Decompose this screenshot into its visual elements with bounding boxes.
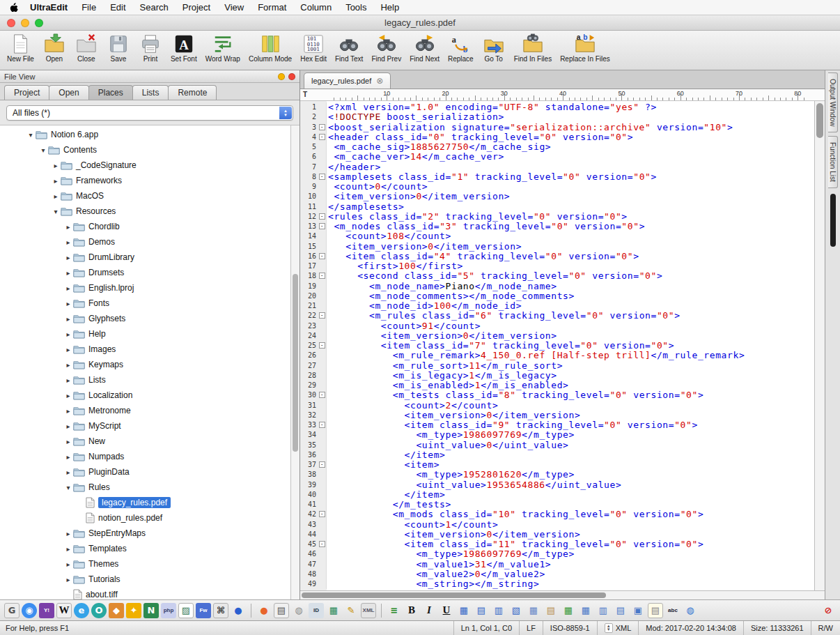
file-filter-dropdown[interactable]: All files (*) ▲▼ bbox=[6, 105, 293, 121]
editor-vscrollbar-thumb[interactable] bbox=[816, 103, 823, 138]
chevron-right-icon[interactable]: ▸ bbox=[64, 392, 72, 399]
code-line-3[interactable]: 3-<boost_serialization signature="serial… bbox=[300, 123, 814, 132]
chevron-down-icon[interactable]: ▾ bbox=[39, 146, 47, 154]
toolbar-find-in-files-button[interactable]: Find In Files bbox=[510, 33, 556, 63]
chevron-right-icon[interactable]: ▸ bbox=[64, 453, 72, 461]
tree-item-metronome[interactable]: ▸Metronome bbox=[0, 403, 290, 418]
chevron-right-icon[interactable]: ▸ bbox=[64, 468, 72, 476]
browser-generic-icon[interactable]: ● bbox=[231, 603, 246, 618]
code-line-31[interactable]: 31 <count>2</count> bbox=[300, 401, 814, 411]
code-line-34[interactable]: 34 <m_type>1986097769</m_type> bbox=[300, 430, 814, 440]
menu-tools[interactable]: Tools bbox=[345, 2, 366, 13]
code-line-18[interactable]: 18- <second class_id="5" tracking_level=… bbox=[300, 271, 814, 281]
edit-pencil-icon[interactable]: ✎ bbox=[343, 603, 359, 618]
browser-gnome-icon[interactable]: G bbox=[4, 603, 20, 618]
toolbar-column-mode-button[interactable]: Column Mode bbox=[244, 33, 296, 63]
toolbar-find-text-button[interactable]: Find Text bbox=[331, 33, 367, 63]
sheet-tan-icon[interactable]: ▤ bbox=[543, 603, 559, 618]
browser-w3c-icon[interactable]: W bbox=[56, 603, 72, 618]
table-row-icon[interactable]: ▤ bbox=[474, 603, 489, 618]
toolbar-new-file-button[interactable]: New File bbox=[3, 33, 38, 63]
menu-column[interactable]: Column bbox=[300, 2, 332, 13]
status-line-ending[interactable]: LF bbox=[519, 621, 543, 635]
code-line-37[interactable]: 37- <item> bbox=[300, 460, 814, 470]
code-line-15[interactable]: 15 <item_version>0</item_version> bbox=[300, 242, 814, 252]
tab-function-list[interactable]: Function List bbox=[828, 136, 838, 188]
table-merge-icon[interactable]: ▦ bbox=[526, 603, 541, 618]
panel-minimize-icon[interactable] bbox=[278, 73, 285, 80]
tree-item-tutorials[interactable]: ▸Tutorials bbox=[0, 572, 290, 587]
chevron-right-icon[interactable]: ▸ bbox=[64, 560, 72, 568]
code-line-48[interactable]: 48 <m_value2>0</m_value2> bbox=[300, 569, 814, 579]
toolbar-hex-edit-button[interactable]: 10101101001Hex Edit bbox=[296, 33, 331, 63]
code-line-6[interactable]: 6 <m_cache_ver>14</m_cache_ver> bbox=[300, 152, 814, 162]
tree-item-keymaps[interactable]: ▸Keymaps bbox=[0, 357, 290, 372]
tree-item-lists[interactable]: ▸Lists bbox=[0, 372, 290, 388]
tree-item-demos[interactable]: ▸Demos bbox=[0, 234, 290, 250]
toolbar-replace-in-files-button[interactable]: abReplace In Files bbox=[556, 33, 614, 63]
toolbar-close-button[interactable]: Close bbox=[70, 33, 102, 63]
bookmark-star-icon[interactable]: ✦ bbox=[126, 603, 141, 618]
fireworks-icon[interactable]: Fw bbox=[196, 603, 211, 618]
code-line-40[interactable]: 40 </item> bbox=[300, 490, 814, 500]
chevron-right-icon[interactable]: ▸ bbox=[64, 346, 72, 353]
sheet-green-icon[interactable]: ▦ bbox=[561, 603, 576, 618]
code-line-35[interactable]: 35 <uint_value>0</uint_value> bbox=[300, 441, 814, 450]
tree-item-stepentrymaps[interactable]: ▸StepEntryMaps bbox=[0, 526, 290, 541]
grid-3-icon[interactable]: ▤ bbox=[613, 603, 628, 618]
code-line-28[interactable]: 28 <m_is_legacy>1</m_is_legacy> bbox=[300, 371, 814, 381]
package-icon[interactable]: ◆ bbox=[109, 603, 124, 618]
tree-item-chordlib[interactable]: ▸Chordlib bbox=[0, 219, 290, 234]
chevron-right-icon[interactable]: ▸ bbox=[64, 269, 72, 277]
minimize-window-button[interactable] bbox=[21, 19, 29, 27]
chevron-right-icon[interactable]: ▸ bbox=[64, 315, 72, 323]
fold-collapse-icon[interactable]: - bbox=[319, 511, 325, 517]
chevron-right-icon[interactable]: ▸ bbox=[64, 330, 72, 338]
fold-collapse-icon[interactable]: - bbox=[319, 253, 325, 259]
tree-item-new[interactable]: ▸New bbox=[0, 434, 290, 449]
tree-item-plugindata[interactable]: ▸PluginData bbox=[0, 464, 290, 480]
toolbar-save-button[interactable]: Save bbox=[102, 33, 134, 63]
print-preview-icon[interactable]: ▤ bbox=[274, 603, 289, 618]
tree-scrollbar[interactable] bbox=[290, 125, 300, 599]
tree-item-notion-rules-pdef[interactable]: notion_rules.pdef bbox=[0, 510, 290, 526]
insert-table-icon[interactable]: ▦ bbox=[456, 603, 472, 618]
code-line-13[interactable]: 13- <m_nodes class_id="3" tracking_level… bbox=[300, 222, 814, 231]
italic-icon[interactable]: I bbox=[421, 603, 437, 618]
code-line-39[interactable]: 39 <uint_value>1953654886</uint_value> bbox=[300, 480, 814, 490]
panel-close-icon[interactable] bbox=[288, 73, 295, 80]
document-tab[interactable]: legacy_rules.pdef ⊗ bbox=[304, 72, 391, 89]
chevron-right-icon[interactable]: ▸ bbox=[64, 438, 72, 445]
code-line-14[interactable]: 14 <count>108</count> bbox=[300, 231, 814, 241]
tree-item-codesignature[interactable]: ▸_CodeSignature bbox=[0, 158, 290, 173]
code-line-21[interactable]: 21 <m_node_id>100</m_node_id> bbox=[300, 301, 814, 311]
code-line-29[interactable]: 29 <m_is_enabled>1</m_is_enabled> bbox=[300, 381, 814, 390]
sort-list-icon[interactable]: ≡ bbox=[387, 603, 402, 618]
chevron-right-icon[interactable]: ▸ bbox=[64, 576, 72, 583]
code-line-42[interactable]: 42- <m_mods class_id="10" tracking_level… bbox=[300, 510, 814, 519]
chevron-right-icon[interactable]: ▸ bbox=[64, 530, 72, 537]
toolbar-find-next-button[interactable]: Find Next bbox=[405, 33, 444, 63]
tree-item-help[interactable]: ▸Help bbox=[0, 326, 290, 342]
code-line-38[interactable]: 38 <m_type>1952801620</m_type> bbox=[300, 470, 814, 480]
code-line-32[interactable]: 32 <item_version>0</item_version> bbox=[300, 411, 814, 420]
code-line-12[interactable]: 12-<rules class_id="2" tracking_level="0… bbox=[300, 212, 814, 222]
tab-close-icon[interactable]: ⊗ bbox=[376, 76, 383, 86]
code-line-45[interactable]: 45- <item class_id="11" tracking_level="… bbox=[300, 540, 814, 549]
image-icon[interactable]: ▨ bbox=[178, 603, 194, 618]
spellcheck-icon[interactable]: abc bbox=[665, 603, 680, 618]
tree-item-frameworks[interactable]: ▸Frameworks bbox=[0, 173, 290, 188]
code-line-19[interactable]: 19 <m_node_name>Piano</m_node_name> bbox=[300, 282, 814, 291]
sidebar-tab-open[interactable]: Open bbox=[49, 85, 88, 100]
fold-collapse-icon[interactable]: - bbox=[319, 392, 325, 398]
tree-item-rules[interactable]: ▾Rules bbox=[0, 480, 290, 495]
chevron-right-icon[interactable]: ▸ bbox=[64, 254, 72, 261]
notes-icon[interactable]: ▤ bbox=[648, 603, 663, 618]
browser-netscape-icon[interactable]: N bbox=[143, 603, 159, 618]
menu-view[interactable]: View bbox=[224, 2, 244, 13]
firefox-icon[interactable]: ● bbox=[256, 603, 272, 618]
sidebar-tab-remote[interactable]: Remote bbox=[168, 85, 217, 100]
tree-item-resources[interactable]: ▾Resources bbox=[0, 204, 290, 219]
code-line-27[interactable]: 27 <m_rule_sort>11</m_rule_sort> bbox=[300, 361, 814, 371]
editor-vscrollbar[interactable] bbox=[814, 101, 825, 590]
